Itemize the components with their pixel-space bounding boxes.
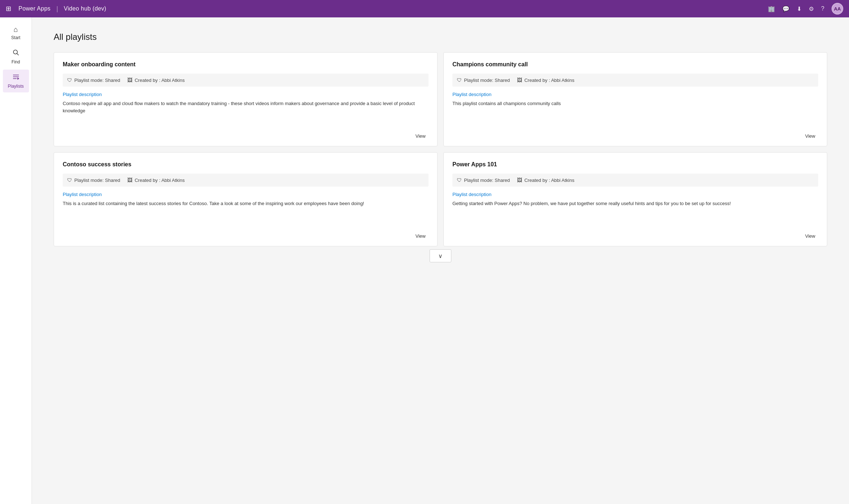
sidebar-start-label: Start	[11, 35, 20, 40]
card-footer-contoso-success: View	[63, 229, 428, 240]
help-icon[interactable]: ?	[821, 5, 824, 12]
desc-label-champions-community[interactable]: Playlist description	[452, 92, 818, 97]
playlist-card-maker-onboarding: Maker onboarding content 🛡 Playlist mode…	[54, 52, 438, 146]
card-title-champions-community: Champions community call	[452, 61, 818, 68]
card-meta-contoso-success: 🛡 Playlist mode: Shared 🖼 Created by : A…	[63, 174, 428, 187]
card-meta-champions-community: 🛡 Playlist mode: Shared 🖼 Created by : A…	[452, 74, 818, 87]
created-by-label: Created by : Abbi Atkins	[524, 178, 574, 183]
view-button-maker-onboarding[interactable]: View	[413, 132, 428, 140]
settings-icon[interactable]: ⚙	[809, 5, 814, 12]
card-meta-maker-onboarding: 🛡 Playlist mode: Shared 🖼 Created by : A…	[63, 74, 428, 87]
svg-marker-5	[17, 78, 19, 80]
card-footer-maker-onboarding: View	[63, 129, 428, 140]
playlists-icon	[12, 73, 20, 82]
sidebar-find-label: Find	[12, 59, 20, 64]
svg-line-1	[17, 54, 18, 55]
view-button-power-apps-101[interactable]: View	[802, 232, 818, 240]
view-button-contoso-success[interactable]: View	[413, 232, 428, 240]
app-name: Power Apps	[18, 5, 50, 12]
home-icon: ⌂	[13, 25, 18, 34]
image-icon: 🖼	[517, 77, 522, 83]
avatar[interactable]: AA	[832, 3, 843, 14]
card-footer-champions-community: View	[452, 129, 818, 140]
image-icon: 🖼	[517, 177, 522, 183]
playlist-mode-maker-onboarding: 🛡 Playlist mode: Shared	[67, 77, 120, 83]
playlist-mode-power-apps-101: 🛡 Playlist mode: Shared	[457, 177, 510, 183]
playlist-mode-contoso-success: 🛡 Playlist mode: Shared	[67, 177, 120, 183]
sidebar-item-playlists[interactable]: Playlists	[3, 70, 29, 92]
page-title: All playlists	[54, 32, 827, 42]
playlist-mode-champions-community: 🛡 Playlist mode: Shared	[457, 77, 510, 83]
created-by-maker-onboarding: 🖼 Created by : Abbi Atkins	[127, 77, 185, 83]
created-by-power-apps-101: 🖼 Created by : Abbi Atkins	[517, 177, 574, 183]
environment-icon[interactable]: 🏢	[768, 5, 775, 12]
created-by-contoso-success: 🖼 Created by : Abbi Atkins	[127, 177, 185, 183]
view-button-champions-community[interactable]: View	[802, 132, 818, 140]
shield-icon: 🛡	[67, 177, 72, 183]
created-by-champions-community: 🖼 Created by : Abbi Atkins	[517, 77, 574, 83]
card-title-contoso-success: Contoso success stories	[63, 161, 428, 168]
topnav: ⊞ Power Apps | Video hub (dev) 🏢 💬 ⬇ ⚙ ?…	[0, 0, 849, 17]
playlist-mode-label: Playlist mode: Shared	[464, 178, 510, 183]
find-icon	[12, 49, 20, 58]
load-more-bar: ∨	[54, 246, 827, 268]
shield-icon: 🛡	[67, 77, 72, 83]
card-meta-power-apps-101: 🛡 Playlist mode: Shared 🖼 Created by : A…	[452, 174, 818, 187]
desc-text-contoso-success: This is a curated list containing the la…	[63, 200, 428, 223]
app-context: Video hub (dev)	[64, 5, 106, 12]
playlist-card-champions-community: Champions community call 🛡 Playlist mode…	[443, 52, 827, 146]
playlist-card-contoso-success: Contoso success stories 🛡 Playlist mode:…	[54, 152, 438, 246]
card-title-power-apps-101: Power Apps 101	[452, 161, 818, 168]
main-layout: ⌂ Start Find Playlists	[0, 17, 849, 504]
playlist-card-power-apps-101: Power Apps 101 🛡 Playlist mode: Shared 🖼…	[443, 152, 827, 246]
desc-text-champions-community: This playlist contains all champions com…	[452, 100, 818, 123]
desc-label-power-apps-101[interactable]: Playlist description	[452, 192, 818, 197]
playlist-mode-label: Playlist mode: Shared	[464, 78, 510, 83]
content-area: All playlists Maker onboarding content 🛡…	[32, 17, 849, 504]
download-icon[interactable]: ⬇	[797, 5, 802, 12]
shield-icon: 🛡	[457, 177, 462, 183]
chat-icon[interactable]: 💬	[782, 5, 790, 12]
desc-text-maker-onboarding: Contoso require all app and cloud flow m…	[63, 100, 428, 123]
sidebar-item-find[interactable]: Find	[3, 45, 29, 68]
sidebar: ⌂ Start Find Playlists	[0, 17, 32, 504]
nav-separator: |	[56, 5, 58, 13]
created-by-label: Created by : Abbi Atkins	[524, 78, 574, 83]
shield-icon: 🛡	[457, 77, 462, 83]
playlists-grid: Maker onboarding content 🛡 Playlist mode…	[54, 52, 827, 246]
playlist-mode-label: Playlist mode: Shared	[74, 78, 120, 83]
topnav-icons: 🏢 💬 ⬇ ⚙ ? AA	[768, 3, 843, 14]
desc-label-contoso-success[interactable]: Playlist description	[63, 192, 428, 197]
card-title-maker-onboarding: Maker onboarding content	[63, 61, 428, 68]
sidebar-playlists-label: Playlists	[8, 84, 24, 89]
created-by-label: Created by : Abbi Atkins	[134, 78, 185, 83]
load-more-button[interactable]: ∨	[430, 249, 451, 262]
desc-text-power-apps-101: Getting started with Power Apps? No prob…	[452, 200, 818, 223]
image-icon: 🖼	[127, 177, 132, 183]
waffle-icon[interactable]: ⊞	[6, 5, 11, 13]
playlist-mode-label: Playlist mode: Shared	[74, 178, 120, 183]
sidebar-item-start[interactable]: ⌂ Start	[3, 22, 29, 44]
image-icon: 🖼	[127, 77, 132, 83]
card-footer-power-apps-101: View	[452, 229, 818, 240]
desc-label-maker-onboarding[interactable]: Playlist description	[63, 92, 428, 97]
created-by-label: Created by : Abbi Atkins	[134, 178, 185, 183]
